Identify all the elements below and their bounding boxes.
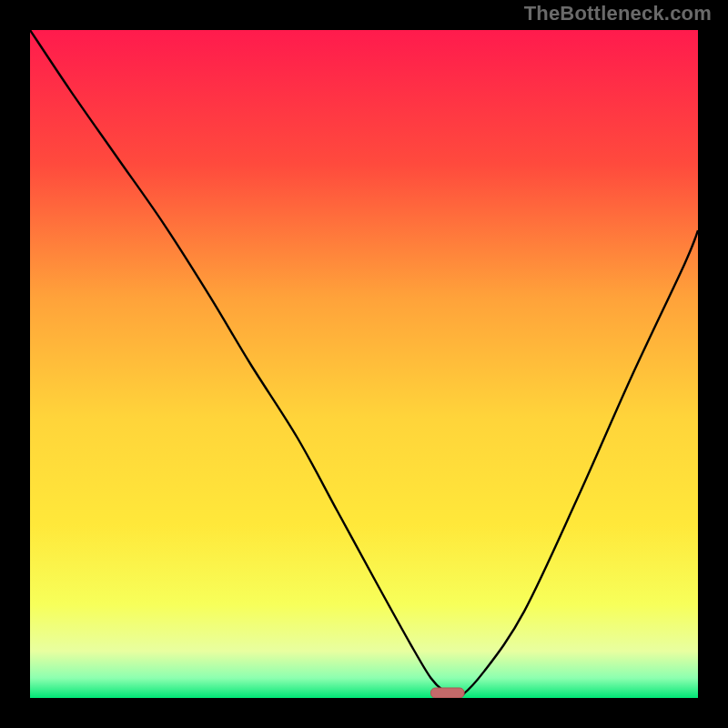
gradient-panel bbox=[30, 30, 698, 698]
optimal-marker bbox=[430, 688, 464, 698]
bottleneck-chart bbox=[0, 0, 728, 728]
watermark-text: TheBottleneck.com bbox=[524, 2, 712, 25]
chart-frame: TheBottleneck.com bbox=[0, 0, 728, 728]
